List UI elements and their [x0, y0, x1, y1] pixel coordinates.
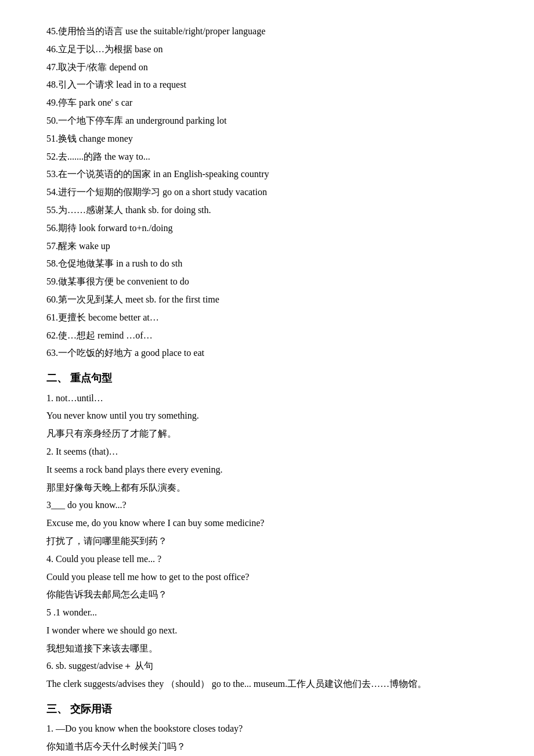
text-line-p3a: 3___ do you know...?: [46, 497, 488, 514]
text-line-l59: 59.做某事很方便 be convenient to do: [46, 273, 488, 290]
text-line-p2b: It seems a rock band plays there every e…: [46, 462, 488, 478]
text-line-q1b: 你知道书店今天什么时候关门吗？: [46, 739, 488, 755]
text-line-p2c: 那里好像每天晚上都有乐队演奏。: [46, 480, 488, 496]
text-line-l51: 51.换钱 change money: [46, 131, 488, 147]
text-line-s3: 三、 交际用语: [46, 700, 488, 718]
text-line-p4b: Could you please tell me how to get to t…: [46, 569, 488, 586]
text-line-p2a: 2. It seems (that)…: [46, 444, 488, 460]
text-line-l60: 60.第一次见到某人 meet sb. for the first time: [46, 291, 488, 308]
text-line-l49: 49.停车 park one' s car: [46, 95, 488, 111]
text-line-l57: 57.醒来 wake up: [46, 238, 488, 255]
text-line-p4c: 你能告诉我去邮局怎么走吗？: [46, 586, 488, 603]
text-line-p5b: I wonder where we should go next.: [46, 622, 488, 639]
text-line-l62: 62.使…想起 remind …of…: [46, 327, 488, 344]
text-line-l55: 55.为……感谢某人 thank sb. for doing sth.: [46, 202, 488, 219]
text-line-p1b: You never know until you try something.: [46, 408, 488, 424]
text-line-l50: 50.一个地下停车库 an underground parking lot: [46, 113, 488, 129]
text-line-p1c: 凡事只有亲身经历了才能了解。: [46, 426, 488, 442]
text-line-p6b: The clerk suggests/advises they （should）…: [46, 676, 488, 693]
text-line-l52: 52.去.......的路 the way to...: [46, 149, 488, 165]
text-line-p3b: Excuse me, do you know where I can buy s…: [46, 515, 488, 532]
text-line-l45: 45.使用恰当的语言 use the suitable/right/proper…: [46, 23, 488, 40]
text-line-p6a: 6. sb. suggest/advise＋ 从句: [46, 658, 488, 675]
text-line-s2: 二、 重点句型: [46, 369, 488, 387]
text-line-l53: 53.在一个说英语的的国家 in an English-speaking cou…: [46, 166, 488, 183]
text-line-p1a: 1. not…until…: [46, 390, 488, 407]
text-line-l46: 46.立足于以…为根据 base on: [46, 41, 488, 58]
text-line-p5c: 我想知道接下来该去哪里。: [46, 640, 488, 657]
text-line-q1a: 1. —Do you know when the bookstore close…: [46, 721, 488, 737]
text-line-p5a: 5 .1 wonder...: [46, 604, 488, 621]
text-line-l58: 58.仓促地做某事 in a rush to do sth: [46, 255, 488, 272]
text-line-p3c: 打扰了，请问哪里能买到药？: [46, 533, 488, 550]
main-content: 45.使用恰当的语言 use the suitable/right/proper…: [46, 23, 488, 756]
text-line-l54: 54.进行一个短期的假期学习 go on a short study vacat…: [46, 184, 488, 201]
text-line-l56: 56.期待 look forward to+n./doing: [46, 220, 488, 237]
text-line-l47: 47.取决于/依靠 depend on: [46, 59, 488, 76]
text-line-p4a: 4. Could you please tell me... ?: [46, 551, 488, 568]
text-line-l61: 61.更擅长 become better at…: [46, 309, 488, 326]
text-line-l48: 48.引入一个请求 lead in to a request: [46, 77, 488, 93]
text-line-l63: 63.一个吃饭的好地方 a good place to eat: [46, 345, 488, 362]
